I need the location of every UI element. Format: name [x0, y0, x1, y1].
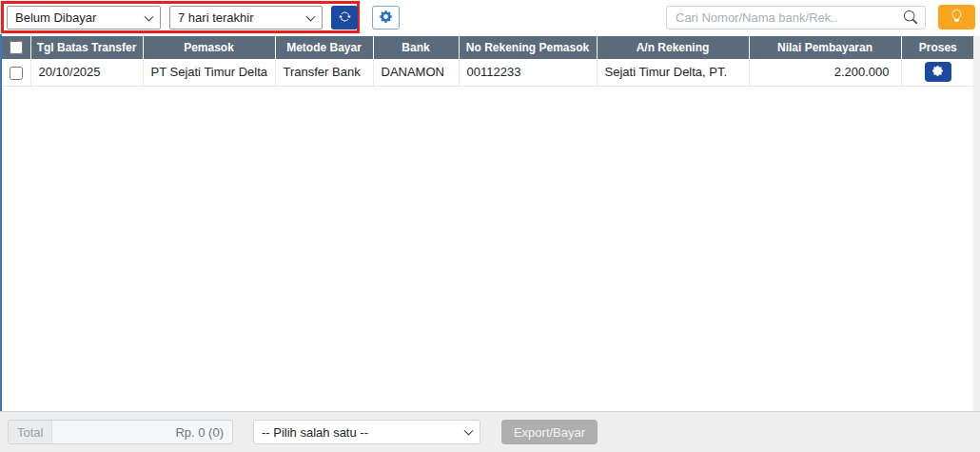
toolbar: Belum Dibayar 7 hari terakhir — [0, 0, 980, 36]
cell-metode-bayar: Transfer Bank — [275, 59, 373, 86]
select-all-cell — [2, 36, 30, 59]
action-select-wrap: -- Pilih salah satu -- — [253, 420, 480, 444]
settings-button[interactable] — [372, 6, 400, 29]
col-nilai-pembayaran: Nilai Pembayaran — [749, 36, 901, 59]
table-row: 20/10/2025 PT Sejati Timur Delta Transfe… — [2, 59, 974, 86]
period-filter-wrap: 7 hari terakhir — [169, 6, 323, 29]
payment-table: Tgl Batas Transfer Pemasok Metode Bayar … — [2, 36, 974, 87]
footer-bar: Total Rp. 0 (0) -- Pilih salah satu -- E… — [0, 411, 980, 452]
status-filter-wrap: Belum Dibayar — [7, 6, 161, 29]
cell-tgl-batas-transfer: 20/10/2025 — [30, 59, 143, 86]
row-checkbox[interactable] — [10, 67, 23, 80]
table-header-row: Tgl Batas Transfer Pemasok Metode Bayar … — [2, 36, 974, 59]
row-checkbox-cell — [2, 59, 30, 86]
search-input[interactable] — [666, 6, 926, 29]
status-filter-select[interactable]: Belum Dibayar — [7, 6, 161, 29]
col-pemasok: Pemasok — [143, 36, 275, 59]
col-an-rekening: A/n Rekening — [597, 36, 749, 59]
lightbulb-icon — [951, 10, 963, 25]
select-all-checkbox[interactable] — [10, 41, 23, 54]
cell-pemasok: PT Sejati Timur Delta — [143, 59, 275, 86]
refresh-icon — [339, 10, 351, 26]
search-box — [666, 6, 926, 29]
col-metode-bayar: Metode Bayar — [275, 36, 373, 59]
action-select[interactable]: -- Pilih salah satu -- — [253, 420, 480, 444]
cell-an-rekening: Sejati Timur Delta, PT. — [597, 59, 749, 86]
payment-table-area: Tgl Batas Transfer Pemasok Metode Bayar … — [0, 34, 980, 411]
period-filter-select[interactable]: 7 hari terakhir — [169, 6, 323, 29]
vertical-scrollbar[interactable] — [973, 36, 980, 411]
gear-icon — [380, 10, 392, 26]
col-no-rekening-pemasok: No Rekening Pemasok — [459, 36, 597, 59]
cell-nilai-pembayaran: 2.200.000 — [749, 59, 901, 86]
refresh-button[interactable] — [331, 6, 358, 29]
total-label: Total — [9, 421, 52, 443]
col-proses: Proses — [901, 36, 974, 59]
process-button[interactable] — [925, 62, 951, 82]
col-tgl-batas-transfer: Tgl Batas Transfer — [30, 36, 143, 59]
total-group: Total Rp. 0 (0) — [8, 420, 233, 444]
cell-proses — [901, 59, 974, 86]
cell-no-rekening-pemasok: 00112233 — [459, 59, 597, 86]
process-gear-icon — [932, 65, 943, 79]
tips-button[interactable] — [938, 5, 975, 29]
export-pay-button[interactable]: Export/Bayar — [501, 420, 598, 444]
cell-bank: DANAMON — [373, 59, 459, 86]
col-bank: Bank — [373, 36, 459, 59]
total-value: Rp. 0 (0) — [52, 425, 232, 440]
